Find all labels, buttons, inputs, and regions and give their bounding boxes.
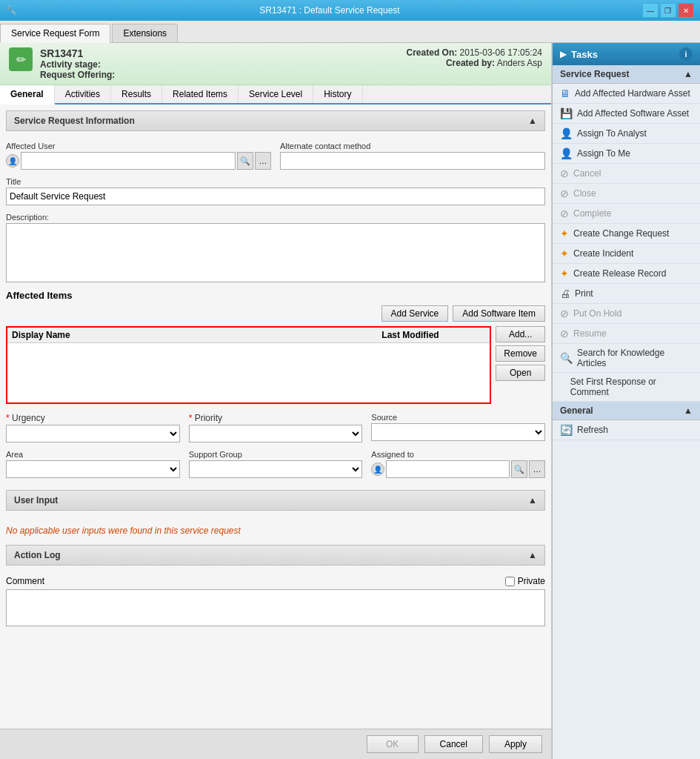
- affected-user-input-group: 👤 🔍 …: [6, 152, 271, 170]
- affected-user-field: Affected User 👤 🔍 …: [6, 142, 271, 170]
- right-panel: ▶ Tasks i Service Request ▲ 🖥 Add Affect…: [552, 43, 700, 759]
- task-assign-analyst[interactable]: 👤 Assign To Analyst: [553, 124, 700, 144]
- comment-row: Comment Private: [6, 576, 545, 586]
- section-title: Service Request Information: [14, 116, 135, 126]
- chevron-up-icon: ▲: [528, 116, 537, 126]
- info-icon[interactable]: i: [679, 47, 693, 61]
- ok-button[interactable]: OK: [367, 735, 419, 753]
- sr-id: SR13471: [40, 47, 407, 59]
- cancel-icon: ⊘: [560, 168, 569, 179]
- alternate-contact-input[interactable]: [280, 152, 545, 170]
- tab-results[interactable]: Results: [111, 85, 162, 103]
- comment-textarea[interactable]: [6, 589, 545, 626]
- create-release-icon: ✦: [560, 268, 569, 279]
- affected-user-search-btn[interactable]: 🔍: [237, 152, 253, 170]
- create-change-icon: ✦: [560, 228, 569, 239]
- hardware-icon: 🖥: [560, 87, 570, 99]
- left-panel: ✏ SR13471 Activity stage: Request Offeri…: [0, 43, 552, 759]
- open-button[interactable]: Open: [496, 365, 545, 381]
- add-button[interactable]: Add...: [496, 326, 545, 342]
- affected-items-table: Display Name Last Modified: [6, 326, 491, 404]
- tab-service-level[interactable]: Service Level: [239, 85, 313, 103]
- assigned-to-input[interactable]: [386, 460, 510, 478]
- assigned-to-label: Assigned to: [371, 450, 545, 459]
- assign-me-icon: 👤: [560, 148, 573, 159]
- alternate-contact-field: Alternate contact method: [280, 142, 545, 170]
- task-refresh[interactable]: 🔄 Refresh: [553, 420, 700, 440]
- description-row: Description:: [6, 213, 545, 282]
- window-title: SR13471 : Default Service Request: [259, 5, 399, 16]
- support-group-select[interactable]: [189, 460, 363, 478]
- tab-history[interactable]: History: [313, 85, 362, 103]
- task-create-incident[interactable]: ✦ Create Incident: [553, 244, 700, 264]
- private-checkbox-group: Private: [505, 576, 545, 586]
- form-content: Service Request Information ▲ Affected U…: [0, 105, 551, 729]
- title-input[interactable]: [6, 188, 545, 205]
- assigned-to-search-btn[interactable]: 🔍: [511, 460, 527, 478]
- user-input-title: User Input: [14, 495, 58, 506]
- complete-icon: ⊘: [560, 208, 569, 219]
- user-input-header[interactable]: User Input ▲: [6, 490, 545, 511]
- task-add-software[interactable]: 💾 Add Affected Software Asset: [553, 104, 700, 124]
- assigned-to-input-group: 👤 🔍 …: [371, 460, 545, 478]
- task-create-change[interactable]: ✦ Create Change Request: [553, 224, 700, 244]
- assigned-to-more-btn[interactable]: …: [529, 460, 545, 478]
- task-print[interactable]: 🖨 Print: [553, 284, 700, 304]
- tab-extensions[interactable]: Extensions: [112, 24, 178, 42]
- description-textarea[interactable]: [6, 223, 545, 282]
- apply-button[interactable]: Apply: [489, 735, 542, 753]
- window-controls: — ❐ ✕: [642, 3, 694, 18]
- assigned-to-field: Assigned to 👤 🔍 …: [371, 450, 545, 478]
- sr-activity-stage: Activity stage:: [40, 59, 407, 70]
- priority-field: * Priority: [189, 413, 363, 443]
- sr-dates: Created On: 2015-03-06 17:05:24 Created …: [407, 47, 542, 68]
- cancel-button[interactable]: Cancel: [424, 735, 483, 753]
- title-row: Title: [6, 177, 545, 205]
- task-assign-me[interactable]: 👤 Assign To Me: [553, 144, 700, 164]
- remove-button[interactable]: Remove: [496, 345, 545, 362]
- urgency-select[interactable]: [6, 425, 180, 443]
- task-set-first-response[interactable]: Set First Response or Comment: [553, 373, 700, 402]
- close-button[interactable]: ✕: [678, 3, 694, 18]
- tasks-header: ▶ Tasks i: [553, 43, 700, 65]
- affected-items-title: Affected Items: [6, 290, 545, 301]
- task-create-release[interactable]: ✦ Create Release Record: [553, 264, 700, 284]
- tab-service-request-form[interactable]: Service Request Form: [0, 24, 110, 43]
- assign-analyst-icon: 👤: [560, 127, 573, 139]
- support-group-label: Support Group: [189, 450, 363, 459]
- action-log-header[interactable]: Action Log ▲: [6, 545, 545, 566]
- set-first-response-icon: [560, 381, 566, 393]
- urgency-priority-source-row: * Urgency * Priority Source: [6, 413, 545, 443]
- assigned-circle-icon: 👤: [371, 463, 384, 476]
- affected-user-input[interactable]: [21, 152, 236, 170]
- priority-select[interactable]: [189, 425, 363, 443]
- add-software-button[interactable]: Add Software Item: [453, 305, 545, 322]
- form-menu-tabs: Service Request Form Extensions: [0, 21, 700, 43]
- user-input-content: No applicable user inputs were found in …: [6, 517, 545, 545]
- area-select[interactable]: [6, 460, 180, 478]
- task-complete: ⊘ Complete: [553, 204, 700, 224]
- tab-activities[interactable]: Activities: [55, 85, 111, 103]
- support-group-field: Support Group: [189, 450, 363, 478]
- restore-button[interactable]: ❐: [660, 3, 676, 18]
- task-put-on-hold: ⊘ Put On Hold: [553, 304, 700, 324]
- private-checkbox[interactable]: [505, 577, 515, 586]
- pencil-icon: ✏: [16, 53, 26, 67]
- task-search-knowledge[interactable]: 🔍 Search for Knowledge Articles: [553, 344, 700, 373]
- service-request-info-header[interactable]: Service Request Information ▲: [6, 110, 545, 131]
- minimize-button[interactable]: —: [642, 3, 659, 18]
- affected-table-container: Display Name Last Modified Add... Remove…: [6, 326, 545, 404]
- urgency-label: * Urgency: [6, 413, 180, 423]
- tab-related-items[interactable]: Related Items: [162, 85, 239, 103]
- chevron-service-request: ▲: [684, 69, 693, 79]
- tab-general[interactable]: General: [0, 85, 55, 105]
- task-add-hardware[interactable]: 🖥 Add Affected Hardware Asset: [553, 84, 700, 104]
- add-service-button[interactable]: Add Service: [381, 305, 449, 322]
- chevron-up-icon-3: ▲: [528, 550, 537, 560]
- task-close: ⊘ Close: [553, 184, 700, 204]
- close-icon: ⊘: [560, 188, 569, 199]
- source-select[interactable]: [371, 423, 545, 441]
- general-items: 🔄 Refresh: [553, 420, 700, 440]
- action-log-content: Comment Private: [6, 571, 545, 633]
- affected-user-more-btn[interactable]: …: [255, 152, 271, 170]
